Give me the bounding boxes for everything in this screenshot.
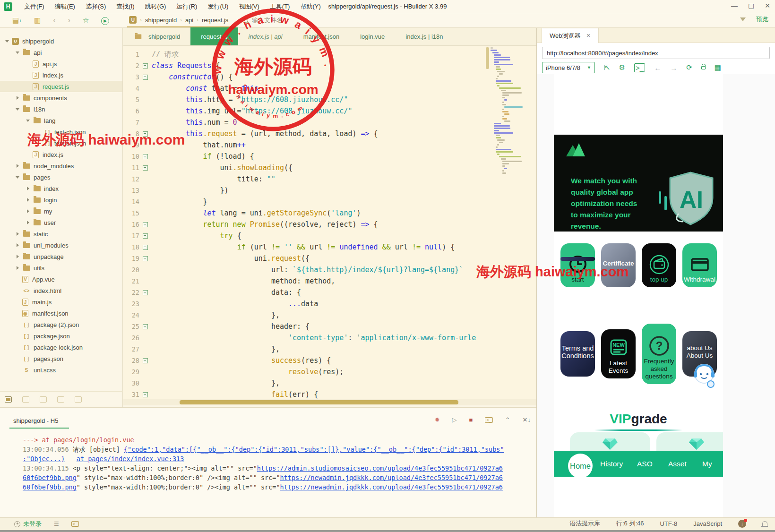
tree-item-api[interactable]: api bbox=[0, 47, 122, 58]
tree-item-shippergold[interactable]: Ushippergold bbox=[0, 35, 122, 47]
chevron-icon[interactable] bbox=[15, 50, 21, 55]
tree-item-node_modules[interactable]: node_modules bbox=[0, 160, 122, 172]
fold-marker-icon[interactable] bbox=[141, 241, 150, 253]
tile-latest-events[interactable]: NEW Latest Events bbox=[601, 329, 636, 378]
menu-run[interactable]: 运行(R) bbox=[171, 2, 202, 11]
encoding-label[interactable]: UTF-8 bbox=[660, 520, 677, 527]
console-line[interactable]: 13:00:34.056 请求 [object] {"code":1,"data… bbox=[0, 445, 550, 454]
minimize-button[interactable]: — bbox=[731, 2, 738, 9]
tile-withdrawal[interactable]: Withdrawal bbox=[682, 243, 717, 287]
tree-item-package.json[interactable]: [ ]package.json bbox=[0, 330, 122, 342]
tree-item-uni.scss[interactable]: Suni.scss bbox=[0, 364, 122, 376]
qr-code-icon[interactable]: ▦ bbox=[715, 63, 721, 72]
nav-aso[interactable]: ASO bbox=[637, 460, 653, 468]
chevron-icon[interactable] bbox=[5, 38, 10, 44]
chevron-icon[interactable] bbox=[15, 254, 21, 259]
fold-marker-icon[interactable] bbox=[141, 389, 150, 399]
tile-terms[interactable] bbox=[560, 257, 595, 261]
chevron-icon[interactable] bbox=[15, 95, 21, 101]
notification-bell-icon[interactable] bbox=[762, 521, 767, 526]
tree-item-index.js[interactable]: Jindex.js bbox=[0, 149, 122, 160]
chevron-icon[interactable] bbox=[26, 186, 31, 191]
tree-item-manifest.json[interactable]: ◉manifest.json bbox=[0, 308, 122, 319]
run-icon[interactable]: ▶ bbox=[101, 16, 109, 25]
device-select[interactable]: iPhone 6/7/8▼ bbox=[542, 62, 595, 73]
search-panel-icon[interactable] bbox=[22, 396, 29, 403]
console-line[interactable]: :"Objec...} at pages/index/index.vue:313 bbox=[0, 454, 550, 463]
tree-item-index.html[interactable]: <>index.html bbox=[0, 285, 122, 296]
debug-panel-icon[interactable] bbox=[40, 396, 47, 403]
tree-item-lang[interactable]: lang bbox=[0, 115, 122, 126]
chevron-icon[interactable] bbox=[15, 174, 21, 180]
console-output[interactable]: ---> at pages/login/login.vue13:00:34.05… bbox=[0, 435, 550, 492]
fold-marker-icon[interactable] bbox=[141, 71, 150, 83]
console-tab[interactable]: shippergold - H5 bbox=[13, 417, 58, 424]
tab-login-vue[interactable]: login.vue bbox=[350, 27, 395, 45]
open-terminal-icon[interactable]: >_ bbox=[485, 417, 492, 423]
cursor-position[interactable]: 行:6 列:46 bbox=[616, 519, 644, 528]
chevron-icon[interactable] bbox=[15, 242, 21, 248]
breadcrumb-project[interactable]: shippergold bbox=[145, 17, 177, 24]
tree-item-pages[interactable]: pages bbox=[0, 172, 122, 183]
nav-my[interactable]: My bbox=[702, 460, 712, 468]
editor-vertical-scrollbar[interactable] bbox=[486, 47, 489, 69]
chevron-icon[interactable] bbox=[15, 231, 21, 237]
chevron-icon[interactable] bbox=[15, 265, 21, 271]
nav-asset[interactable]: Asset bbox=[668, 460, 687, 468]
fold-marker-icon[interactable] bbox=[141, 219, 150, 230]
tree-item-i18n[interactable]: i18n bbox=[0, 103, 122, 115]
console-line[interactable]: 60f6bef9bb.png" style="max-width:100%;bo… bbox=[0, 482, 550, 492]
filter-funnel-icon[interactable] bbox=[740, 17, 746, 21]
tree-item-my[interactable]: my bbox=[0, 206, 122, 217]
chevron-icon[interactable] bbox=[26, 118, 31, 123]
fold-marker-icon[interactable] bbox=[141, 60, 150, 71]
editor-scrollbar-thumb[interactable] bbox=[180, 400, 458, 404]
chevron-icon[interactable] bbox=[26, 220, 31, 225]
account-icon[interactable] bbox=[14, 521, 20, 527]
tree-item-utils[interactable]: utils bbox=[0, 262, 122, 274]
collapse-panel-icon[interactable]: ⌃ bbox=[505, 416, 510, 423]
tab-index-js-i18n[interactable]: index.js | i18n bbox=[395, 27, 453, 45]
fold-marker-icon[interactable] bbox=[141, 355, 150, 366]
fold-marker-icon[interactable] bbox=[141, 230, 150, 241]
close-button[interactable]: ✕ bbox=[765, 2, 770, 9]
browser-tab-close-icon[interactable]: ✕ bbox=[586, 33, 591, 39]
browser-tab[interactable]: Web浏览器 ✕ bbox=[542, 28, 599, 43]
nav-back-icon[interactable]: ← bbox=[654, 64, 661, 72]
syntax-lib-label[interactable]: 语法提示库 bbox=[569, 519, 600, 528]
menu-goto[interactable]: 跳转(G) bbox=[140, 2, 172, 11]
tree-item-api.js[interactable]: Japi.js bbox=[0, 58, 122, 69]
console-line[interactable]: 13:00:34.115 <p style="text-align: cente… bbox=[0, 463, 550, 473]
outline-list-icon[interactable]: ☰ bbox=[54, 521, 59, 527]
tree-item-components[interactable]: components bbox=[0, 92, 122, 103]
tree-item-package-lock.json[interactable]: [ ]package-lock.json bbox=[0, 342, 122, 353]
fold-marker-icon[interactable] bbox=[141, 321, 150, 332]
fold-marker-icon[interactable] bbox=[141, 287, 150, 298]
menu-find[interactable]: 查找(I) bbox=[111, 2, 139, 11]
minimap[interactable] bbox=[491, 47, 532, 189]
chevron-icon[interactable] bbox=[26, 208, 31, 214]
open-external-icon[interactable]: ⇱ bbox=[604, 63, 610, 72]
terminal-icon[interactable]: >_ bbox=[71, 521, 79, 527]
tile-faq[interactable]: ? Frequently asked questions bbox=[642, 324, 676, 384]
language-mode[interactable]: JavaScript bbox=[693, 520, 722, 527]
chevron-icon[interactable] bbox=[15, 106, 21, 112]
rerun-icon[interactable]: ▷ bbox=[452, 416, 457, 423]
tree-item-static[interactable]: static bbox=[0, 228, 122, 240]
tree-item-package-2-.json[interactable]: [ ]package (2).json bbox=[0, 319, 122, 330]
chevron-icon[interactable] bbox=[26, 197, 31, 203]
tile-top-up[interactable]: top up bbox=[642, 243, 676, 287]
stop-icon[interactable]: ■ bbox=[469, 416, 473, 423]
tree-item-login[interactable]: login bbox=[0, 194, 122, 206]
files-panel-icon[interactable] bbox=[5, 396, 12, 403]
login-status[interactable]: 未登录 bbox=[23, 520, 42, 528]
tab-shippergold[interactable]: shippergold bbox=[123, 27, 190, 45]
tree-item-main.js[interactable]: Jmain.js bbox=[0, 296, 122, 308]
close-panel-icon[interactable]: ✕↓ bbox=[523, 416, 531, 423]
console-line[interactable]: 60f6bef9bb.png" style="max-width:100%;bo… bbox=[0, 473, 550, 482]
star-icon[interactable]: ☆ bbox=[83, 16, 89, 25]
tree-item-pages.json[interactable]: [ ]pages.json bbox=[0, 353, 122, 364]
nav-forward-icon[interactable]: → bbox=[670, 64, 677, 72]
breadcrumb-folder[interactable]: api bbox=[185, 17, 193, 24]
tile-terms-conditions[interactable]: Terms and Conditions bbox=[560, 331, 595, 377]
